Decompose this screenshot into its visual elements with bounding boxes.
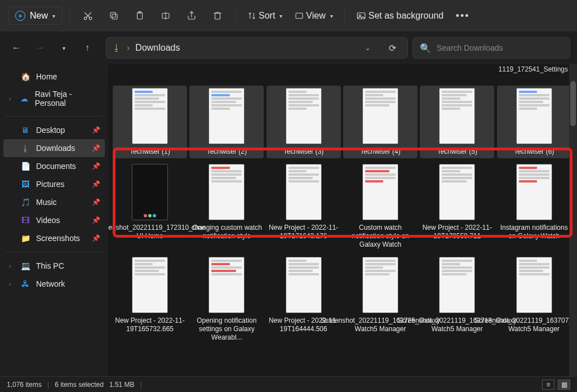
- item-count: 1,076 items: [7, 381, 42, 389]
- thumbnails-view-button[interactable]: ▦: [558, 380, 570, 390]
- file-name: Techwiser (1): [130, 148, 170, 156]
- file-name: Techwiser (4): [360, 148, 400, 156]
- file-item[interactable]: Custom watch notification style on Galax…: [343, 162, 418, 251]
- sidebar-item-pictures[interactable]: 🖼 Pictures 📌: [3, 175, 105, 193]
- chevron-down-icon: ▾: [330, 13, 333, 19]
- back-button[interactable]: ←: [7, 38, 26, 57]
- view-label: View: [306, 11, 325, 21]
- downloads-icon: ⭳: [112, 43, 121, 53]
- file-item[interactable]: Techwiser (1): [113, 86, 187, 158]
- pin-icon: 📌: [92, 234, 100, 242]
- address-bar[interactable]: ⭳ › Downloads ⌄ ⟳: [106, 37, 408, 59]
- file-item[interactable]: Techwiser (6): [497, 86, 571, 158]
- breadcrumb[interactable]: Downloads: [135, 43, 180, 53]
- sort-button[interactable]: Sort ▾: [243, 8, 287, 23]
- file-item[interactable]: Techwiser (2): [189, 86, 264, 158]
- file-name: changing custom watch notification style: [190, 224, 263, 240]
- thumbnail: [208, 88, 245, 144]
- file-item[interactable]: Screenshot_20221119_163707_Galaxy Watch5…: [497, 255, 571, 344]
- expand-icon[interactable]: ›: [9, 281, 15, 287]
- thumbnail: [362, 88, 398, 144]
- pin-icon: 📌: [92, 162, 100, 170]
- new-label: New: [30, 11, 48, 21]
- network-icon: 🖧: [20, 279, 30, 289]
- new-button[interactable]: + New ▾: [8, 7, 63, 25]
- scrollbar[interactable]: [569, 64, 577, 376]
- thumbnail: [286, 257, 322, 313]
- file-item[interactable]: Instagram notifications on Galaxy Watch: [497, 162, 571, 251]
- expand-icon[interactable]: ›: [9, 263, 15, 269]
- sidebar-item-videos[interactable]: 🎞 Videos 📌: [3, 211, 105, 229]
- pin-icon: 📌: [92, 144, 100, 152]
- search-box[interactable]: 🔍: [412, 37, 570, 59]
- search-input[interactable]: [437, 43, 563, 52]
- documents-icon: 📄: [20, 161, 30, 171]
- file-name: New Project - 2022-11-19T170559.711: [421, 224, 493, 240]
- details-view-button[interactable]: ≡: [542, 380, 554, 390]
- sidebar-item-downloads[interactable]: ⭳ Downloads 📌: [3, 139, 105, 157]
- file-name: Techwiser (2): [207, 148, 247, 156]
- share-button[interactable]: [180, 6, 203, 26]
- paste-button[interactable]: [128, 6, 151, 26]
- file-item[interactable]: New Project - 2022-11-19T165732.665: [113, 255, 187, 344]
- thumbnail: [516, 164, 552, 220]
- separator: [69, 9, 70, 23]
- refresh-button[interactable]: ⟳: [383, 38, 402, 57]
- file-item[interactable]: changing custom watch notification style: [189, 162, 264, 251]
- sidebar-label: Desktop: [36, 126, 65, 135]
- more-button[interactable]: •••: [451, 6, 474, 26]
- sidebar-item-network[interactable]: ›🖧 Network: [3, 275, 105, 293]
- scroll-thumb[interactable]: [570, 81, 576, 126]
- cut-button[interactable]: [77, 6, 99, 26]
- file-name: Opening notification settings on Galaxy …: [190, 317, 263, 342]
- file-item[interactable]: New Project - 2022-11-19T170559.711: [420, 162, 494, 251]
- sidebar-label: Downloads: [36, 144, 75, 153]
- thumbnail: [286, 88, 322, 144]
- svg-rect-7: [215, 14, 220, 20]
- file-item[interactable]: Opening notification settings on Galaxy …: [189, 255, 264, 344]
- sidebar-label: Ravi Teja - Personal: [35, 90, 99, 108]
- sidebar-label: Screenshots: [36, 234, 80, 243]
- chevron-down-icon: ▾: [279, 13, 282, 19]
- sidebar-item-this-pc[interactable]: ›💻 This PC: [3, 257, 105, 275]
- thumbnail: [132, 257, 168, 313]
- file-item[interactable]: Techwiser (5): [420, 86, 494, 158]
- thumbnail: [516, 257, 552, 313]
- partial-filename: 1119_172541_Settings: [499, 65, 568, 73]
- forward-button[interactable]: →: [30, 38, 50, 57]
- sidebar-item-home[interactable]: 🏠 Home: [3, 68, 105, 86]
- sidebar-item-documents[interactable]: 📄 Documents 📌: [3, 157, 105, 175]
- file-item[interactable]: Techwiser (3): [267, 86, 341, 158]
- copy-button[interactable]: [103, 6, 125, 26]
- file-item[interactable]: New Project - 2022-11-19T171643.176: [267, 162, 341, 251]
- view-button[interactable]: View ▾: [290, 8, 337, 23]
- thumbnail: [439, 88, 475, 144]
- up-button[interactable]: ↑: [78, 38, 97, 57]
- expand-icon[interactable]: ›: [9, 96, 14, 102]
- thumbnail: [208, 164, 245, 220]
- rename-button[interactable]: [154, 6, 177, 26]
- search-icon: 🔍: [420, 43, 431, 54]
- sidebar-label: Pictures: [36, 180, 65, 189]
- chevron-down-icon: ▾: [52, 13, 55, 19]
- svg-rect-8: [296, 13, 303, 18]
- recent-button[interactable]: ▾: [54, 38, 73, 57]
- sidebar-item-desktop[interactable]: 🖥 Desktop 📌: [3, 121, 105, 139]
- file-item[interactable]: Techwiser (4): [343, 86, 418, 158]
- sidebar: 🏠 Home ›☁ Ravi Teja - Personal 🖥 Desktop…: [0, 64, 108, 376]
- file-item[interactable]: Screenshot_20221119_172310_One UI Home: [113, 162, 187, 251]
- delete-button[interactable]: [206, 6, 229, 26]
- history-chevron[interactable]: ⌄: [358, 38, 377, 57]
- file-name: Custom watch notification style on Galax…: [344, 224, 416, 249]
- downloads-icon: ⭳: [20, 143, 30, 153]
- sidebar-item-music[interactable]: 🎵 Music 📌: [3, 193, 105, 211]
- file-grid-area: 1119_172541_Settings Techwiser (1) Techw…: [108, 64, 577, 376]
- pin-icon: 📌: [92, 126, 100, 134]
- sidebar-item-screenshots[interactable]: 📁 Screenshots 📌: [3, 229, 105, 247]
- file-name: Techwiser (6): [514, 148, 554, 156]
- set-background-button[interactable]: Set as background: [352, 8, 448, 23]
- sidebar-item-onedrive[interactable]: ›☁ Ravi Teja - Personal: [3, 86, 105, 112]
- home-icon: 🏠: [20, 72, 30, 82]
- separator: [236, 9, 236, 23]
- nav-row: ← → ▾ ↑ ⭳ › Downloads ⌄ ⟳ 🔍: [0, 32, 577, 64]
